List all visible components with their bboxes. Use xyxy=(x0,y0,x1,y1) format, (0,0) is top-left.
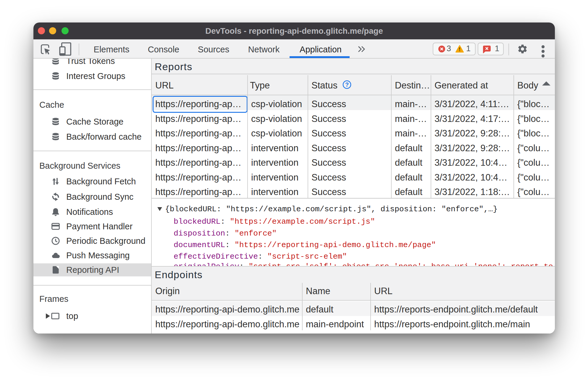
svg-text:?: ? xyxy=(345,81,349,88)
